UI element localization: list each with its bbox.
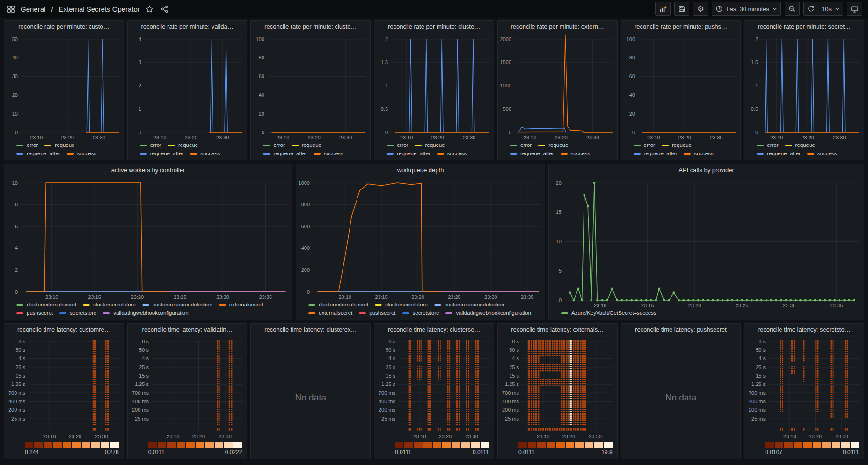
legend-item[interactable]: success — [561, 150, 591, 157]
share-icon[interactable] — [160, 4, 170, 14]
legend-item[interactable]: requeue — [168, 142, 198, 149]
panel-title[interactable]: reconcile time latency: customre… — [8, 324, 120, 336]
time-range-picker[interactable]: Last 30 minutes — [712, 2, 781, 16]
svg-text:40: 40 — [629, 92, 635, 98]
legend-item[interactable]: requeue — [44, 142, 74, 149]
panel-title[interactable]: API calls by provider — [553, 164, 860, 176]
legend-item[interactable]: success — [684, 150, 714, 157]
chart-area[interactable]: 23:1023:2023:3021.510.50 — [744, 33, 864, 142]
legend-item[interactable]: clustersecretstore — [83, 301, 136, 308]
legend-item[interactable]: requeue — [785, 142, 815, 149]
add-panel-button[interactable] — [655, 2, 671, 16]
legend-item[interactable]: error — [387, 142, 408, 149]
save-dashboard-button[interactable] — [674, 2, 689, 16]
legend-label: error — [767, 142, 778, 149]
zoom-out-button[interactable] — [785, 2, 800, 16]
legend-item[interactable]: clusterexternalsecret — [308, 301, 368, 308]
legend-item[interactable]: success — [190, 150, 220, 157]
svg-text:20: 20 — [629, 111, 635, 116]
legend-item[interactable]: requeue — [662, 142, 692, 149]
legend-item[interactable]: error — [757, 142, 778, 149]
legend-item[interactable]: success — [807, 150, 837, 157]
legend-item[interactable]: requeue_after — [510, 150, 554, 157]
legend-item[interactable]: clusterexternalsecret — [16, 301, 76, 308]
legend-item[interactable]: externalsecret — [219, 301, 263, 308]
panel-title[interactable]: reconcile rate per minute: secret… — [748, 21, 860, 33]
legend-item[interactable]: clustersecretstore — [375, 301, 428, 308]
scale-step — [575, 442, 584, 448]
legend-item[interactable]: secretstore — [402, 310, 439, 317]
legend-item[interactable]: requeue — [415, 142, 445, 149]
chart-area[interactable]: 23:1023:2023:302000150010005000 — [498, 33, 617, 142]
legend-item[interactable]: validatingwebhookconfiguration — [103, 310, 188, 317]
legend-item[interactable]: error — [140, 142, 161, 149]
panel-active-workers: active workers by controller23:1023:1523… — [4, 164, 292, 320]
chart-area[interactable]: 23:1023:2023:308 s50 s4 s25 s15 s1.25 s7… — [498, 336, 617, 441]
tv-mode-button[interactable] — [847, 2, 862, 16]
chevron-down-icon — [773, 7, 777, 11]
panel-title[interactable]: reconcile rate per minute: valida… — [131, 21, 243, 33]
chart-area[interactable]: 23:1023:2023:308 s50 s4 s25 s15 s1.25 s7… — [744, 336, 864, 441]
legend-item[interactable]: externalsecret — [308, 310, 352, 317]
legend-item[interactable]: Azure/KeyVault/GetSecret=success — [561, 310, 656, 317]
legend-item[interactable]: requeue_after — [263, 150, 307, 157]
legend-item[interactable]: success — [437, 150, 467, 157]
panel-title[interactable]: reconcile rate per minute: custo… — [8, 21, 120, 33]
chart-area[interactable]: 23:1023:1523:2023:2523:3023:351000800600… — [296, 176, 545, 301]
legend-item[interactable]: success — [314, 150, 343, 157]
panel-latency-externals: reconcile time latency: externals…23:102… — [497, 323, 618, 459]
legend-item[interactable]: customresourcedefinition — [434, 301, 504, 308]
panel-title[interactable]: reconcile rate per minute: extern… — [502, 21, 613, 33]
panel-title[interactable]: reconcile time latency: pushsecret — [625, 324, 737, 336]
legend-item[interactable]: error — [263, 142, 284, 149]
legend-label: requeue_after — [150, 150, 184, 157]
chart-area[interactable]: 23:1023:2023:308 s50 s4 s25 s15 s1.25 s7… — [128, 336, 247, 441]
panel-title[interactable]: reconcile rate per minute: cluste… — [255, 21, 366, 33]
legend-item[interactable]: pushsecret — [16, 310, 53, 317]
chart-area[interactable]: 23:1023:2023:308 s50 s4 s25 s15 s1.25 s7… — [4, 336, 124, 441]
chart-area[interactable]: 23:1023:2023:30100806040200 — [621, 33, 741, 142]
legend-item[interactable]: requeue_after — [16, 150, 60, 157]
legend-item[interactable]: validatingwebhookconfiguration — [445, 310, 531, 317]
chart-area[interactable]: 23:1023:1523:2023:2523:3023:3520151050 — [549, 176, 864, 310]
chart-area[interactable]: 23:1023:1523:2023:2523:3023:351086420 — [4, 176, 292, 301]
legend-item[interactable]: error — [634, 142, 655, 149]
apps-grid-icon[interactable] — [6, 4, 16, 14]
scale-step — [186, 442, 195, 448]
panel-title[interactable]: reconcile time latency: secretsto… — [748, 324, 860, 336]
panel-title[interactable]: reconcile time latency: externals… — [502, 324, 613, 336]
chart-area[interactable]: 23:1023:2023:30100806040200 — [251, 33, 370, 142]
legend-item[interactable]: customresourcedefinition — [142, 301, 212, 308]
legend-item[interactable]: secretstore — [59, 310, 96, 317]
legend-item[interactable]: requeue_after — [634, 150, 678, 157]
panel-title[interactable]: reconcile rate per minute: pushs… — [625, 21, 737, 33]
panel-title[interactable]: reconcile time latency: validatin… — [131, 324, 243, 336]
panel-workqueue-depth: workqueue depth23:1023:1523:2023:2523:30… — [296, 164, 545, 320]
panel-title[interactable]: reconcile time latency: clusterex… — [255, 324, 366, 336]
legend-item[interactable]: error — [510, 142, 532, 149]
dashboard-title[interactable]: External Secrets Operator — [59, 5, 140, 13]
legend-item[interactable]: requeue_after — [387, 150, 430, 157]
legend-item[interactable]: error — [16, 142, 38, 149]
legend-item[interactable]: pushsecret — [359, 310, 395, 317]
star-icon[interactable] — [145, 4, 155, 14]
legend-item[interactable]: requeue — [538, 142, 568, 149]
panel-title[interactable]: reconcile time latency: clusterse… — [378, 324, 490, 336]
legend-swatch — [561, 312, 568, 314]
legend-item[interactable]: requeue — [292, 142, 321, 149]
chart-area[interactable]: 23:1023:2023:308 s50 s4 s25 s15 s1.25 s7… — [374, 336, 494, 441]
chart-area[interactable]: 23:1023:2023:3043210 — [128, 33, 247, 142]
panel-title[interactable]: reconcile rate per minute: cluste… — [378, 21, 490, 33]
breadcrumb-section[interactable]: General — [21, 5, 45, 13]
legend-item[interactable]: requeue_after — [757, 150, 801, 157]
panel-title[interactable]: workqueue depth — [300, 164, 541, 176]
dashboard-settings-button[interactable]: ⚙ — [693, 2, 708, 16]
refresh-interval-picker[interactable]: 10s — [818, 2, 843, 16]
legend-item[interactable]: requeue_after — [140, 150, 184, 157]
svg-text:23:30: 23:30 — [783, 303, 796, 308]
legend-item[interactable]: success — [67, 150, 97, 157]
chart-area[interactable]: 23:1023:2023:3021.510.50 — [374, 33, 494, 142]
panel-title[interactable]: active workers by controller — [8, 164, 288, 176]
chart-area[interactable]: 23:1023:2023:3050403020100 — [4, 33, 124, 142]
refresh-button[interactable] — [803, 2, 818, 16]
